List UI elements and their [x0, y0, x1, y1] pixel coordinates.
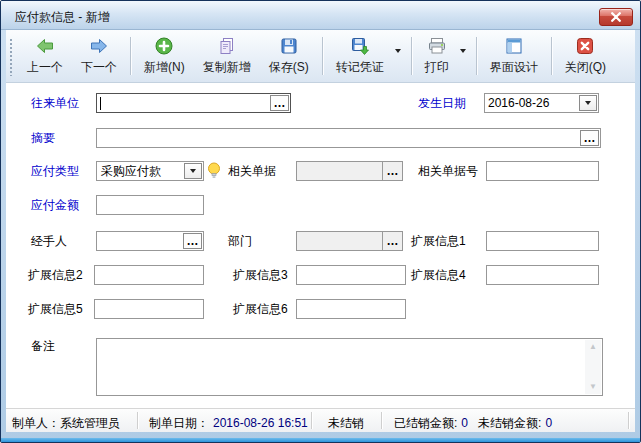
- next-button[interactable]: 下一个: [72, 34, 126, 78]
- transfer-voucher-icon: [350, 36, 370, 56]
- payable-type-combobox[interactable]: 采购应付款: [96, 161, 204, 181]
- scroll-up-icon[interactable]: ▲: [589, 343, 597, 351]
- created-date-segment: 制单日期：2016-08-26 16:51: [149, 415, 308, 432]
- ext6-input[interactable]: [297, 300, 405, 318]
- department-field: …: [296, 231, 403, 251]
- related-doc-no-field: [486, 161, 599, 181]
- lightbulb-icon[interactable]: [207, 161, 221, 185]
- partner-input[interactable]: [97, 94, 269, 112]
- occur-date-label: 发生日期: [418, 93, 466, 113]
- arrow-left-icon: [35, 36, 55, 56]
- copy-new-button-label: 复制新增: [203, 59, 251, 76]
- remark-label: 备注: [31, 336, 55, 356]
- partner-label: 往来单位: [31, 93, 79, 113]
- remark-scrollbar[interactable]: ▲ ▼: [585, 340, 601, 394]
- transfer-voucher-dropdown-arrow[interactable]: [393, 34, 407, 78]
- ui-design-button[interactable]: 界面设计: [481, 34, 547, 78]
- related-doc-label: 相关单据: [228, 161, 276, 181]
- add-new-icon: [154, 36, 174, 56]
- toolbar-grip[interactable]: [9, 38, 13, 76]
- handler-field: …: [96, 231, 204, 251]
- handler-input[interactable]: [97, 232, 182, 250]
- payable-amount-field: [96, 195, 204, 215]
- settle-status: 未结销: [328, 415, 364, 432]
- unsettled-amount-value: 0: [545, 416, 552, 430]
- add-new-button[interactable]: 新增(N): [135, 34, 194, 78]
- related-doc-lookup-button[interactable]: …: [382, 162, 402, 180]
- created-date-value: 2016-08-26 16:51: [213, 416, 308, 430]
- ext1-field: [486, 231, 599, 251]
- toolbar: 上一个 下一个 新增(N) 复制新增 保存(S): [6, 30, 635, 83]
- remark-field: ▲ ▼: [96, 338, 603, 396]
- statusbar-separator: [137, 412, 138, 429]
- partner-lookup-button[interactable]: …: [270, 95, 289, 111]
- save-button[interactable]: 保存(S): [260, 34, 318, 78]
- chevron-down-icon: [395, 49, 401, 53]
- summary-field: …: [96, 128, 601, 148]
- close-button-label: 关闭(Q): [565, 59, 606, 76]
- department-lookup-button[interactable]: …: [382, 232, 402, 250]
- transfer-voucher-button-label: 转记凭证: [336, 59, 384, 76]
- toolbar-separator: [130, 37, 131, 75]
- payable-info-window: 应付款信息 - 新增 上一个 下一个 新增(N): [0, 0, 641, 443]
- payable-type-label: 应付类型: [31, 161, 79, 181]
- ext6-label: 扩展信息6: [233, 299, 288, 319]
- statusbar-separator: [311, 412, 312, 429]
- copy-new-button[interactable]: 复制新增: [194, 34, 260, 78]
- ext1-input[interactable]: [487, 232, 598, 250]
- creator-segment: 制单人：系统管理员: [12, 415, 120, 432]
- toolbar-separator: [551, 37, 552, 75]
- occur-date-input[interactable]: [485, 94, 578, 112]
- ext3-field: [296, 265, 406, 285]
- toolbar-separator: [322, 37, 323, 75]
- summary-input[interactable]: [97, 129, 579, 147]
- window-close-button[interactable]: [599, 8, 633, 26]
- window-title: 应付款信息 - 新增: [15, 9, 110, 26]
- save-icon: [279, 36, 299, 56]
- print-dropdown-arrow[interactable]: [458, 34, 472, 78]
- department-value: [297, 232, 382, 250]
- text-caret: [100, 97, 101, 110]
- created-date-label: 制单日期：: [149, 416, 209, 430]
- ext2-input[interactable]: [95, 266, 203, 284]
- ext5-field: [94, 299, 204, 319]
- payable-type-dropdown-button[interactable]: [184, 163, 202, 179]
- settled-amount-value: 0: [461, 416, 468, 430]
- toolbar-separator: [476, 37, 477, 75]
- arrow-right-icon: [89, 36, 109, 56]
- ext1-label: 扩展信息1: [411, 231, 466, 251]
- handler-lookup-button[interactable]: …: [183, 233, 202, 249]
- settled-amount-label: 已结销金额:: [394, 416, 457, 430]
- unsettled-amount-label: 未结销金额:: [478, 416, 541, 430]
- next-button-label: 下一个: [81, 59, 117, 76]
- print-button-label: 打印: [425, 59, 449, 76]
- ext5-label: 扩展信息5: [28, 299, 83, 319]
- remark-textarea[interactable]: [98, 340, 584, 394]
- previous-button[interactable]: 上一个: [18, 34, 72, 78]
- occur-date-dropdown-button[interactable]: [579, 95, 597, 111]
- close-button[interactable]: 关闭(Q): [556, 34, 615, 78]
- titlebar[interactable]: 应付款信息 - 新增: [1, 1, 640, 30]
- payable-type-value: 采购应付款: [97, 162, 183, 180]
- window-bottom-edge: [1, 438, 640, 442]
- payable-amount-label: 应付金额: [31, 195, 79, 215]
- related-doc-field: …: [296, 161, 403, 181]
- summary-label: 摘要: [31, 128, 55, 148]
- ext4-input[interactable]: [487, 266, 598, 284]
- transfer-voucher-button[interactable]: 转记凭证: [327, 34, 393, 78]
- related-doc-no-input[interactable]: [487, 162, 598, 180]
- toolbar-separator: [411, 37, 412, 75]
- chevron-down-icon: [585, 101, 591, 105]
- previous-button-label: 上一个: [27, 59, 63, 76]
- print-button[interactable]: 打印: [416, 34, 458, 78]
- chevron-down-icon: [460, 49, 466, 53]
- chevron-down-icon: [190, 169, 196, 173]
- ext5-input[interactable]: [95, 300, 203, 318]
- payable-amount-input[interactable]: [97, 196, 203, 214]
- ext3-input[interactable]: [297, 266, 405, 284]
- save-button-label: 保存(S): [269, 59, 309, 76]
- scroll-down-icon[interactable]: ▼: [589, 383, 597, 391]
- ext3-label: 扩展信息3: [233, 265, 288, 285]
- ext2-field: [94, 265, 204, 285]
- summary-lookup-button[interactable]: …: [580, 130, 599, 146]
